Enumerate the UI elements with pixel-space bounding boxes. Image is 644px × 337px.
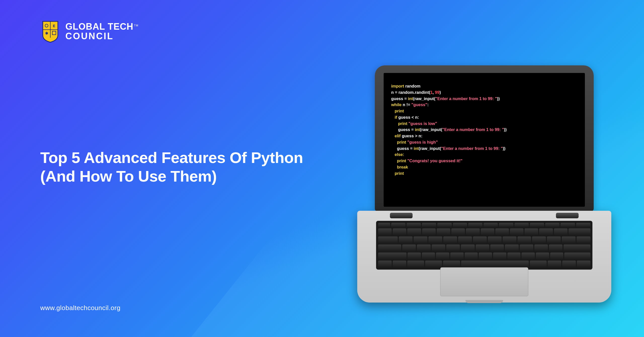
keyboard-key [422,223,436,227]
footer-url: www.globaltechcouncil.org [40,304,120,312]
hinge-left [390,213,413,218]
laptop-screen-bezel: import random n = random.randint(1, 99) … [375,65,594,211]
keyboard-key [378,223,390,227]
keyboard-key [481,228,494,235]
keyboard-key [503,236,516,243]
keyboard-key [488,236,502,243]
svg-text:✱: ✱ [45,31,48,35]
keyboard-key [399,236,413,243]
keyboard-key [499,223,513,227]
keyboard-key [407,223,421,227]
keyboard-key [393,228,406,235]
brand-name: GLOBAL TECHTM COUNCIL [65,22,138,41]
title-line1: Top 5 Advanced Features Of Python [40,148,303,167]
keyboard-key [507,252,521,260]
keyboard-key [443,261,460,268]
keyboard-key [422,252,435,260]
keyboard-key [550,252,564,260]
keyboard-key [453,223,467,227]
keyboard-key [414,236,427,243]
keyboard-key [530,223,544,227]
keyboard-key [408,252,421,260]
keyboard-key [436,252,449,260]
keyboard-key [450,252,464,260]
svg-text:E: E [53,24,55,28]
code-editor-screen: import random n = random.randint(1, 99) … [384,73,585,207]
keyboard-key [525,228,538,235]
keyboard-key [539,228,553,235]
page-title: Top 5 Advanced Features Of Python (And H… [40,148,303,186]
brand-logo: E ✱ GLOBAL TECHTM COUNCIL [40,20,138,43]
keyboard-key [451,228,465,235]
keyboard-key [562,236,576,243]
title-line2: (And How To Use Them) [40,167,303,186]
keyboard-key [391,223,406,227]
keyboard-key [510,228,524,235]
keyboard-key [446,244,460,251]
keyboard-key [484,223,498,227]
keyboard-key [476,244,489,251]
keyboard-key [576,223,590,227]
keyboard-key [479,252,492,260]
keyboard-key [461,261,529,268]
laptop-keyboard [376,221,592,270]
keyboard-key [378,244,401,251]
keyboard-key [520,244,533,251]
keyboard-key [468,223,482,227]
keyboard-key [564,252,590,260]
keyboard-key [547,236,561,243]
keyboard-key [417,244,430,251]
keyboard-key [530,261,547,268]
laptop-base [357,211,611,303]
keyboard-key [378,236,398,243]
keyboard-key [490,244,504,251]
keyboard-key [461,244,474,251]
keyboard-key [402,244,416,251]
laptop-illustration: import random n = random.randint(1, 99) … [357,65,611,303]
brand-line1: GLOBAL TECH [65,21,133,32]
keyboard-key [545,223,559,227]
keyboard-key [532,236,546,243]
brand-line2: COUNCIL [65,31,138,41]
keyboard-key [473,236,487,243]
keyboard-key [514,223,529,227]
keyboard-key [437,223,452,227]
keyboard-key [577,236,590,243]
keyboard-key [378,228,392,235]
keyboard-key [505,244,518,251]
keyboard-key [548,261,561,268]
keyboard-key [425,261,442,268]
trademark: TM [134,24,138,27]
keyboard-key [554,228,568,235]
keyboard-key [569,228,590,235]
keyboard-key [428,236,442,243]
keyboard-key [577,261,590,268]
keyboard-key [536,252,549,260]
keyboard-key [517,236,531,243]
keyboard-key [521,252,535,260]
keyboard-key [466,228,479,235]
keyboard-key [495,228,509,235]
keyboard-key [437,228,450,235]
keyboard-key [549,244,562,251]
laptop-notch [465,300,503,303]
keyboard-key [564,244,590,251]
shield-icon: E ✱ [40,20,60,43]
keyboard-key [407,261,424,268]
keyboard-key [562,261,576,268]
keyboard-key [534,244,548,251]
hinge-right [556,213,579,218]
keyboard-key [432,244,445,251]
keyboard-key [443,236,457,243]
keyboard-key [560,223,575,227]
keyboard-key [393,261,406,268]
keyboard-key [378,252,407,260]
keyboard-key [465,252,478,260]
keyboard-key [458,236,472,243]
keyboard-key [407,228,421,235]
laptop-trackpad [440,267,528,296]
keyboard-key [493,252,506,260]
keyboard-key [422,228,436,235]
keyboard-key [378,261,392,268]
